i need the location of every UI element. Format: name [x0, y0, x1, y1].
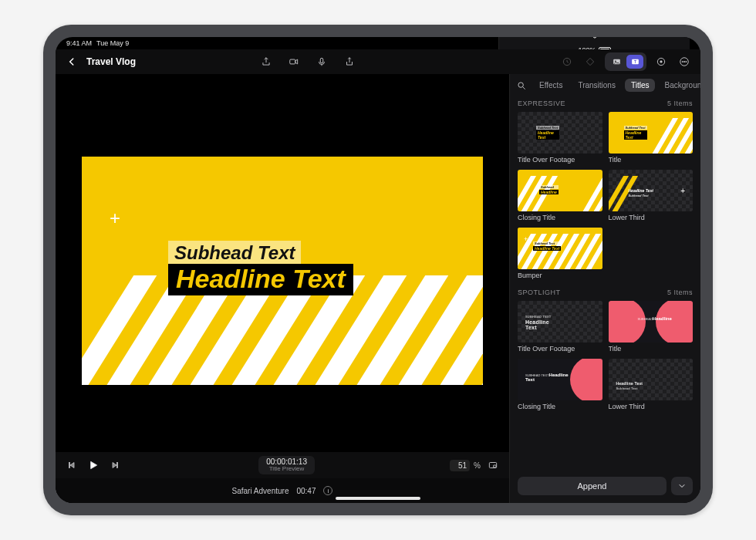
clip-duration: 00:47: [296, 487, 316, 495]
ipad-frame: 9:41 AM Tue May 9 100% Travel Vlog: [43, 25, 713, 515]
thumb-label: Lower Third: [609, 214, 694, 221]
timeline-strip[interactable]: Safari Adventure 00:47 i: [56, 478, 509, 503]
browser-mode-toggle[interactable]: T: [605, 52, 646, 71]
status-date: Tue May 9: [96, 39, 129, 47]
step-forward-button[interactable]: [106, 457, 123, 474]
append-options-button[interactable]: [671, 477, 693, 495]
tab-transitions[interactable]: Transitions: [572, 79, 622, 92]
back-button[interactable]: [63, 53, 80, 70]
tab-titles[interactable]: Titles: [625, 79, 656, 92]
section-expressive-header: EXPRESSIVE 5 Items: [510, 96, 700, 112]
timecode-display[interactable]: 00:00:01:13 Title Preview: [258, 456, 315, 474]
title-thumb-lower-third[interactable]: Headline TextSubhead Text +: [609, 170, 694, 211]
append-button[interactable]: Append: [518, 477, 667, 495]
more-icon[interactable]: [676, 53, 693, 70]
record-camera-icon[interactable]: [285, 53, 302, 70]
headline-text[interactable]: Headline Text: [168, 264, 353, 295]
play-button[interactable]: [85, 457, 102, 474]
svg-rect-1: [320, 58, 323, 62]
browser-search-icon[interactable]: [516, 79, 527, 92]
view-options-icon[interactable]: [484, 457, 501, 474]
spotlight-thumb-lower-third[interactable]: Headline TextSubhead Text: [609, 359, 694, 400]
plus-decoration-icon: +: [110, 208, 120, 229]
zoom-unit: %: [474, 461, 481, 470]
title-thumb-bumper[interactable]: + Subhead TextHeadline Text: [518, 228, 602, 269]
title-thumb-title-over-footage[interactable]: Subhead TextHeadlineText: [518, 112, 602, 154]
top-nav: Travel Vlog T: [56, 49, 700, 74]
clip-info-icon[interactable]: i: [323, 486, 332, 495]
share-icon[interactable]: [341, 53, 358, 70]
svg-point-8: [660, 61, 662, 62]
svg-point-11: [683, 61, 684, 62]
svg-point-17: [518, 82, 523, 86]
title-thumb-closing-title[interactable]: SubheadHeadline: [518, 170, 602, 211]
preview-viewer: + Subhead Text Headline Text: [56, 74, 509, 452]
tab-backgrounds[interactable]: Backgrounds: [658, 79, 700, 92]
zoom-input[interactable]: [450, 460, 470, 471]
titles-browser-panel: Effects Transitions Titles Backgrounds E…: [509, 74, 700, 503]
home-indicator[interactable]: [336, 497, 420, 500]
step-back-button[interactable]: [63, 457, 80, 474]
subhead-text[interactable]: Subhead Text: [168, 241, 301, 265]
project-title: Travel Vlog: [86, 56, 136, 67]
export-icon[interactable]: [258, 53, 275, 70]
transport-bar: 00:00:01:13 Title Preview %: [56, 452, 509, 478]
thumb-label: Title: [609, 156, 694, 164]
voiceover-icon[interactable]: [313, 53, 330, 70]
keyframe-icon[interactable]: [582, 53, 599, 70]
title-canvas[interactable]: + Subhead Text Headline Text: [82, 157, 483, 385]
svg-rect-14: [117, 463, 118, 468]
svg-point-10: [682, 61, 683, 62]
section-spotlight-header: SPOTLIGHT 5 Items: [510, 285, 700, 301]
spotlight-thumb-closing-title[interactable]: SUBHEAD TEXTHeadlineText: [518, 359, 602, 400]
thumb-label: Closing Title: [518, 403, 602, 410]
spotlight-thumb-title-over-footage[interactable]: SUBHEAD TEXTHeadlineText: [518, 301, 602, 343]
thumb-label: Title Over Footage: [518, 156, 602, 164]
status-bar: 9:41 AM Tue May 9 100%: [56, 37, 700, 49]
clip-name: Safari Adventure: [232, 487, 289, 495]
thumb-label: Lower Third: [609, 403, 694, 410]
thumb-label: Closing Title: [518, 214, 602, 221]
thumb-label: Bumper: [518, 272, 602, 279]
titles-browser-icon[interactable]: T: [626, 55, 643, 69]
svg-point-12: [686, 61, 687, 62]
svg-rect-16: [494, 465, 497, 467]
status-time: 9:41 AM: [66, 39, 92, 47]
title-thumb-title[interactable]: Subhead TextHeadlineText: [609, 112, 694, 154]
svg-rect-13: [69, 463, 70, 468]
spotlight-thumb-title[interactable]: SUBHEADHeadline: [609, 301, 694, 343]
thumb-label: Title Over Footage: [518, 345, 602, 353]
svg-text:T: T: [634, 59, 636, 63]
browser-tabs: Effects Transitions Titles Backgrounds: [510, 74, 700, 96]
screen: 9:41 AM Tue May 9 100% Travel Vlog: [56, 37, 700, 503]
wifi-icon: [590, 37, 599, 42]
tab-effects[interactable]: Effects: [533, 79, 569, 92]
media-browser-icon[interactable]: [608, 55, 625, 69]
svg-rect-0: [290, 59, 295, 64]
inspector-icon[interactable]: [653, 53, 670, 70]
history-icon[interactable]: [559, 53, 575, 70]
thumb-label: Title: [609, 345, 694, 353]
